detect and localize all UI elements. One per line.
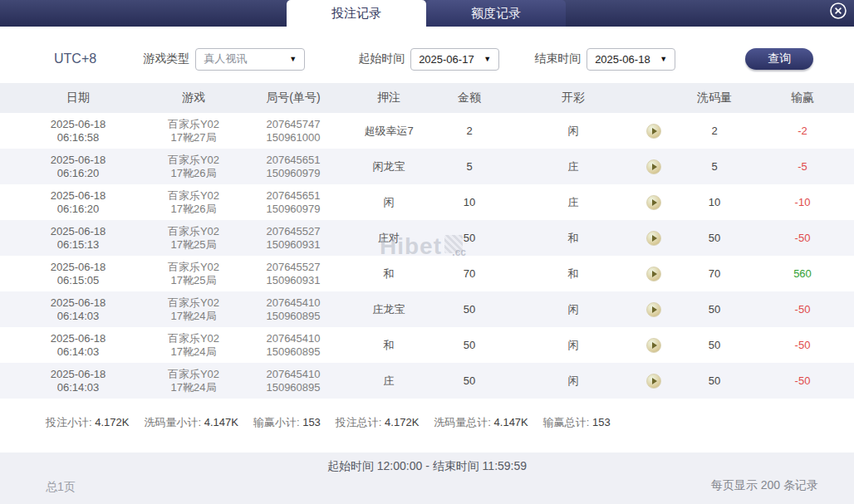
replay-cell [630,302,678,317]
start-date-value: 2025-06-17 [419,53,474,66]
col-header-bet: 押注 [356,91,422,105]
table-header-row: 日期 游戏 局号(单号) 押注 金额 开彩 洗码量 输赢 [0,83,854,113]
summary-item: 洗码量总计: 4.147K [434,415,528,453]
replay-cell [630,267,678,281]
round-number-cell: 207645527 150960931 [231,225,356,252]
play-button[interactable] [646,159,661,174]
col-header-winloss: 输赢 [751,91,854,105]
result-cell: 庄 [517,195,630,210]
bet-type-cell: 和 [356,267,422,281]
start-date-select[interactable]: 2025-06-17 ▼ [410,48,499,71]
tab-quota-records[interactable]: 额度记录 [426,0,566,27]
wash-amount-cell: 50 [678,374,751,387]
replay-cell [630,231,678,246]
play-icon [652,378,657,384]
end-date-select[interactable]: 2025-06-18 ▼ [587,48,675,71]
play-button[interactable] [646,195,661,210]
play-button[interactable] [646,267,661,281]
play-button[interactable] [646,302,661,317]
play-button[interactable] [646,374,661,389]
play-button[interactable] [646,338,661,353]
amount-cell: 70 [422,267,517,280]
play-button[interactable] [646,231,661,246]
timezone-label: UTC+8 [54,51,96,66]
title-bar: 投注记录 额度记录 [0,0,854,27]
wash-amount-cell: 2 [678,125,751,137]
col-header-result: 开彩 [517,91,630,105]
winloss-cell: -50 [751,303,854,316]
round-number-cell: 207645410 150960895 [231,296,356,323]
replay-cell [630,195,678,210]
summary-item: 投注小计: 4.172K [46,415,129,453]
play-icon [652,271,657,277]
bet-type-cell: 庄 [356,374,422,389]
play-icon [652,235,657,242]
play-icon [652,164,657,170]
amount-cell: 50 [422,374,517,387]
result-cell: 和 [517,267,630,281]
summary-item: 输赢小计: 153 [253,415,321,453]
play-button[interactable] [646,124,661,139]
round-number-cell: 207645747 150961000 [231,118,356,144]
game-type-select[interactable]: 真人视讯 ▼ [195,48,305,71]
bet-type-cell: 庄对 [356,231,422,246]
search-button[interactable]: 查询 [745,48,813,70]
table-row: 2025-06-18 06:16:20 百家乐Y02 17靴26局 207645… [0,184,854,220]
bet-type-cell: 和 [356,338,422,353]
tab-bet-records[interactable]: 投注记录 [287,0,426,27]
winloss-cell: -10 [751,196,854,208]
game-cell: 百家乐Y02 17靴26局 [156,189,231,216]
summary-bar: 投注小计: 4.172K 洗码量小计: 4.147K 输赢小计: 153 投注总… [0,399,854,453]
col-header-game: 游戏 [156,91,231,105]
date-cell: 2025-06-18 06:16:20 [0,154,156,180]
result-cell: 闲 [517,338,630,353]
winloss-cell: -5 [751,160,854,173]
game-cell: 百家乐Y02 17靴25局 [156,225,231,252]
game-cell: 百家乐Y02 17靴27局 [156,118,231,144]
game-type-label: 游戏类型 [143,51,189,66]
start-time-label: 起始时间 [358,51,405,66]
game-type-value: 真人视讯 [204,51,247,66]
date-cell: 2025-06-18 06:16:58 [0,118,156,144]
col-header-date: 日期 [0,91,156,105]
wash-amount-cell: 50 [678,232,751,244]
amount-cell: 2 [422,125,517,137]
amount-cell: 50 [422,232,517,244]
col-header-round: 局号(单号) [231,91,356,105]
table-row: 2025-06-18 06:15:05 百家乐Y02 17靴25局 207645… [0,256,854,291]
filter-bar: UTC+8 游戏类型 真人视讯 ▼ 起始时间 2025-06-17 ▼ 结束时间… [0,27,854,83]
chevron-down-icon: ▼ [289,55,297,63]
date-cell: 2025-06-18 06:15:05 [0,261,156,287]
amount-cell: 10 [422,196,517,208]
game-cell: 百家乐Y02 17靴24局 [156,296,231,323]
result-cell: 庄 [517,159,630,174]
wash-amount-cell: 50 [678,339,751,351]
play-icon [652,306,657,313]
close-icon [829,2,847,23]
date-cell: 2025-06-18 06:14:03 [0,368,156,394]
table-row: 2025-06-18 06:15:13 百家乐Y02 17靴25局 207645… [0,220,854,256]
time-range-note: 起始时间 12:00:00 - 结束时间 11:59:59 [0,453,854,474]
end-time-label: 结束时间 [534,51,581,66]
bet-type-cell: 闲 [356,195,422,210]
bet-type-cell: 庄龙宝 [356,302,422,317]
table-row: 2025-06-18 06:14:03 百家乐Y02 17靴24局 207645… [0,327,854,363]
bet-type-cell: 超级幸运7 [356,124,422,139]
date-cell: 2025-06-18 06:14:03 [0,296,156,323]
summary-item: 输赢总计: 153 [543,415,611,453]
play-icon [652,128,657,135]
play-icon [652,199,657,206]
close-button[interactable] [828,2,848,22]
table-row: 2025-06-18 06:14:03 百家乐Y02 17靴24局 207645… [0,363,854,399]
replay-cell [630,159,678,174]
wash-amount-cell: 50 [678,303,751,316]
date-cell: 2025-06-18 06:15:13 [0,225,156,252]
game-cell: 百家乐Y02 17靴24局 [156,332,231,359]
winloss-cell: -2 [751,125,854,137]
winloss-cell: -50 [751,339,854,351]
page-count: 总1页 [46,480,76,495]
col-header-amount: 金额 [422,91,517,105]
winloss-cell: 560 [751,267,854,280]
winloss-cell: -50 [751,232,854,244]
end-date-value: 2025-06-18 [595,53,650,66]
